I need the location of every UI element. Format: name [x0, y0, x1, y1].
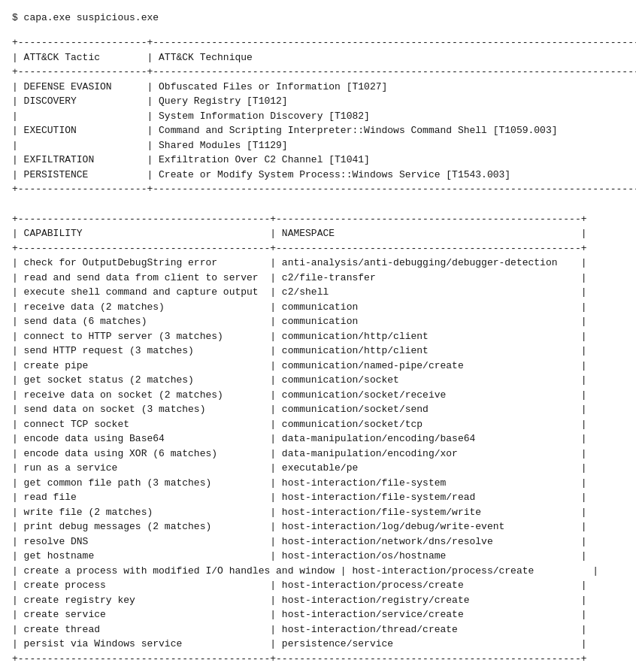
table-row: | | Shared Modules [T1129] | — [12, 138, 624, 153]
table-row: | resolve DNS | host-interaction/network… — [12, 534, 624, 549]
attck-table-section: +----------------------+----------------… — [12, 35, 624, 197]
table2-header: | CAPABILITY | NAMESPACE | — [12, 226, 624, 241]
table-row: | connect to HTTP server (3 matches) | c… — [12, 329, 624, 344]
table1-bottom-border: +----------------------+----------------… — [12, 182, 624, 197]
table2-bottom-border: +---------------------------------------… — [12, 652, 624, 667]
table-row: | send HTTP request (3 matches) | commun… — [12, 344, 624, 359]
table-row: | create thread | host-interaction/threa… — [12, 622, 624, 637]
table-row: | run as a service | executable/pe | — [12, 461, 624, 476]
table-row: | get common file path (3 matches) | hos… — [12, 476, 624, 491]
table-row: | create service | host-interaction/serv… — [12, 607, 624, 622]
table-row: | create registry key | host-interaction… — [12, 593, 624, 608]
table-row: | send data (6 matches) | communication … — [12, 314, 624, 329]
table1-header: | ATT&CK Tactic | ATT&CK Technique | — [12, 50, 624, 65]
table-row: | read file | host-interaction/file-syst… — [12, 490, 624, 505]
table-row: | EXECUTION | Command and Scripting Inte… — [12, 123, 624, 138]
table-row: | send data on socket (3 matches) | comm… — [12, 402, 624, 417]
table-row: | read and send data from client to serv… — [12, 271, 624, 286]
table-row: | encode data using XOR (6 matches) | da… — [12, 446, 624, 462]
table-row: | connect TCP socket | communication/soc… — [12, 417, 624, 432]
table-row: | execute shell command and capture outp… — [12, 285, 624, 300]
table-row: | DISCOVERY | Query Registry [T1012] | — [12, 94, 624, 109]
table-row: | persist via Windows service | persiste… — [12, 637, 624, 652]
table2-rows: | check for OutputDebugString error | an… — [12, 256, 624, 652]
table1-divider: +----------------------+----------------… — [12, 65, 624, 80]
table-row: | create a process with modified I/O han… — [12, 564, 624, 579]
table2-divider: +---------------------------------------… — [12, 241, 624, 256]
table-row: | PERSISTENCE | Create or Modify System … — [12, 168, 624, 183]
capability-table-section: +---------------------------------------… — [12, 212, 624, 667]
table-row: | print debug messages (2 matches) | hos… — [12, 519, 624, 534]
table2-top-border: +---------------------------------------… — [12, 212, 624, 227]
table-row: | create pipe | communication/named-pipe… — [12, 359, 624, 374]
table1-rows: | DEFENSE EVASION | Obfuscated Files or … — [12, 80, 624, 183]
table-row: | write file (2 matches) | host-interact… — [12, 505, 624, 520]
table1-top-border: +----------------------+----------------… — [12, 35, 624, 50]
table-row: | encode data using Base64 | data-manipu… — [12, 431, 624, 446]
table-row: | DEFENSE EVASION | Obfuscated Files or … — [12, 80, 624, 95]
table-row: | receive data on socket (2 matches) | c… — [12, 388, 624, 403]
table-row: | check for OutputDebugString error | an… — [12, 256, 624, 271]
table-row: | get hostname | host-interaction/os/hos… — [12, 549, 624, 564]
table-row: | EXFILTRATION | Exfiltration Over C2 Ch… — [12, 153, 624, 168]
command-line: $ capa.exe suspicious.exe — [12, 12, 624, 23]
table-row: | | System Information Discovery [T1082]… — [12, 109, 624, 124]
table-row: | receive data (2 matches) | communicati… — [12, 300, 624, 315]
table-row: | create process | host-interaction/proc… — [12, 578, 624, 593]
table-row: | get socket status (2 matches) | commun… — [12, 373, 624, 388]
